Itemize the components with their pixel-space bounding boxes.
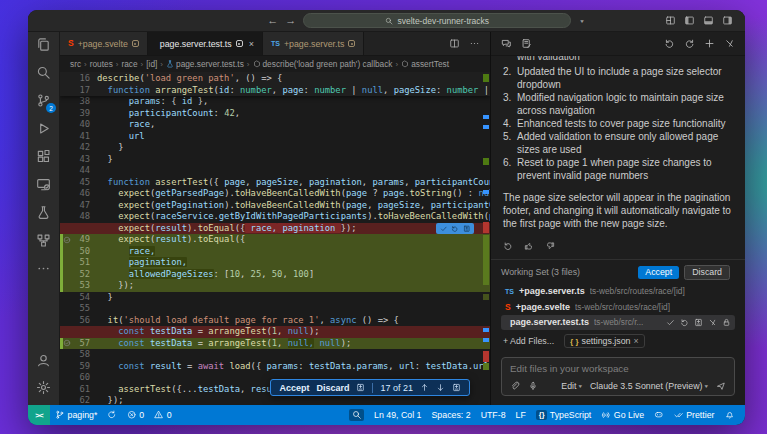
warning-count[interactable]: 0 [149, 405, 176, 425]
model-picker-dropdown[interactable]: Claude 3.5 Sonnet (Preview)▾ [590, 381, 708, 391]
copilot-menu[interactable]: ▾ [578, 17, 584, 25]
working-set-file--page.server.ts[interactable]: TS+page.server.tsts-web/src/routes/race/… [501, 284, 735, 300]
code-line-58[interactable]: 58 [60, 349, 490, 361]
code-editor[interactable]: 16describe('load green path', () => {17 … [60, 72, 490, 405]
code-line-51[interactable]: 51 pagination, [60, 257, 490, 269]
working-set-file-page.server.test.ts[interactable]: page.server.test.tsts-web/src/r... [501, 315, 735, 331]
close-icon[interactable]: × [249, 39, 254, 49]
open-diff-icon[interactable] [452, 383, 461, 392]
activity-settings-gear-icon[interactable] [36, 380, 51, 397]
edit-session-icon[interactable] [521, 38, 532, 49]
activity-more-icon[interactable] [36, 261, 51, 278]
check-icon[interactable] [440, 225, 448, 233]
toggle-primary-sidebar-icon[interactable] [684, 15, 695, 26]
cursor-position[interactable]: Ln 49, Col 1 [369, 405, 426, 425]
modified-indicator-icon[interactable] [236, 40, 243, 47]
breadcrumb-item[interactable]: describe('load green path') callback [253, 59, 393, 69]
notifications[interactable] [720, 405, 740, 425]
go-live[interactable]: Go Live [596, 405, 649, 425]
chat-input-box[interactable]: Edit files in your workspace Edit▾ Claud… [501, 357, 735, 396]
code-line-52[interactable]: 52 allowedPageSizes: [10, 25, 50, 100] [60, 269, 490, 281]
activity-search-icon[interactable] [36, 65, 51, 82]
discard-icon[interactable] [451, 225, 459, 233]
code-line-45[interactable]: 45 function assertTest({ page, pageSize,… [60, 177, 490, 189]
add-files-button[interactable]: + Add Files... [503, 336, 554, 346]
code-line-55[interactable]: 55 [60, 303, 490, 315]
code-line-41[interactable]: 41 url [60, 131, 490, 143]
indentation[interactable]: Spaces: 2 [427, 405, 476, 425]
chat-mode-dropdown[interactable]: Edit▾ [561, 381, 582, 391]
code-line-39[interactable]: 39 participantCount: 42, [60, 108, 490, 120]
accept-change-button[interactable]: Accept [279, 383, 309, 393]
attachment-settings-json[interactable]: { } settings.json × [564, 334, 645, 348]
code-line-62[interactable]: 62 }); [60, 395, 490, 405]
activity-testing-icon[interactable] [36, 205, 51, 222]
lock-icon[interactable] [722, 318, 731, 327]
branch-status[interactable]: paging* [50, 405, 102, 425]
code-line-48[interactable]: 48 expect(raceService.getByIdWithPagedPa… [60, 211, 490, 223]
tab--page.svelte[interactable]: S+page.svelte [60, 32, 148, 55]
activity-source-control-icon[interactable]: 2 [36, 93, 51, 110]
accept-all-button[interactable]: Accept [638, 266, 679, 279]
breadcrumb-item[interactable]: src [70, 59, 81, 69]
code-line-removed[interactable]: const testData = arrangeTest(1, null); [60, 326, 490, 338]
code-line-40[interactable]: 40 race, [60, 119, 490, 131]
discard-change-button[interactable]: Discard [316, 383, 349, 393]
toggle-secondary-sidebar-icon[interactable] [722, 15, 733, 26]
screencast-chip[interactable] [344, 405, 370, 425]
arrow-down-icon[interactable] [436, 383, 445, 392]
code-line-removed[interactable]: expect(result).toEqual({ race, paginatio… [60, 223, 490, 235]
nav-back-icon[interactable]: ← [267, 15, 278, 26]
code-line-57[interactable]: 57 const testData = arrangeTest(1, null,… [60, 338, 490, 350]
remote-indicator[interactable]: >< [28, 405, 50, 425]
redo-icon[interactable] [684, 38, 695, 49]
copilot-status[interactable] [649, 405, 669, 425]
attach-icon[interactable] [510, 381, 520, 391]
code-line-42[interactable]: 42 } [60, 142, 490, 154]
check-icon[interactable] [666, 318, 675, 327]
code-line-16[interactable]: 16describe('load green path', () => { [60, 72, 490, 84]
breadcrumb-item[interactable]: [id] [146, 59, 157, 69]
comment-discussion-icon[interactable] [501, 38, 512, 49]
language-mode[interactable]: { }TypeScript [531, 405, 596, 425]
more-actions-icon[interactable] [469, 38, 480, 49]
activity-run-debug-icon[interactable] [36, 121, 51, 138]
split-editor-icon[interactable] [449, 38, 460, 49]
activity-organization-icon[interactable] [36, 233, 51, 250]
arrow-up-icon[interactable] [420, 383, 429, 392]
breadcrumb-item[interactable]: routes [90, 59, 113, 69]
code-line-47[interactable]: 47 expect(getPagination).toHaveBeenCalle… [60, 200, 490, 212]
breadcrumb-item[interactable]: assertTest [401, 59, 449, 69]
code-line-54[interactable]: 54 } [60, 292, 490, 304]
code-line-59[interactable]: 59 const result = await load({ params: t… [60, 361, 490, 373]
code-line-50[interactable]: 50 race, [60, 246, 490, 258]
code-line-53[interactable]: 53 }); [60, 280, 490, 292]
code-line-43[interactable]: 43 } [60, 154, 490, 166]
breadcrumb-item[interactable]: page.server.test.ts [166, 59, 244, 69]
eol[interactable]: LF [511, 405, 531, 425]
tab-page.server.test.ts[interactable]: page.server.test.ts× [148, 32, 263, 55]
command-center-search[interactable]: svelte-dev-runner-tracks [303, 13, 571, 28]
refresh-icon[interactable] [503, 241, 513, 251]
code-line-38[interactable]: 38 params: { id }, [60, 96, 490, 108]
nav-forward-icon[interactable]: → [285, 15, 296, 26]
working-set-file--page.svelte[interactable]: S+page.sveltets-web/src/routes/race/[id] [501, 299, 735, 315]
activity-files-icon[interactable] [36, 37, 51, 54]
code-line-46[interactable]: 46 expect(getParsedPage).toHaveBeenCalle… [60, 188, 490, 200]
activity-remote-explorer-icon[interactable] [36, 177, 51, 194]
discard-all-button[interactable]: Discard [684, 265, 730, 280]
breadcrumb-item[interactable]: race [121, 59, 137, 69]
diff-file-icon[interactable] [463, 225, 471, 233]
new-chat-icon[interactable] [704, 38, 715, 49]
tab--page.server.ts[interactable]: TS+page.server.ts [263, 32, 364, 55]
send-icon[interactable] [716, 381, 726, 391]
code-line-56[interactable]: 56 it('should load default page for race… [60, 315, 490, 327]
activity-account-icon[interactable] [36, 353, 51, 370]
mic-icon[interactable] [528, 381, 538, 391]
close-icon[interactable]: × [633, 336, 638, 346]
discard-icon[interactable] [680, 318, 689, 327]
encoding[interactable]: UTF-8 [476, 405, 511, 425]
test-pass-icon[interactable] [60, 234, 73, 246]
close-icon[interactable] [708, 318, 717, 327]
modified-indicator-icon[interactable] [132, 40, 139, 47]
